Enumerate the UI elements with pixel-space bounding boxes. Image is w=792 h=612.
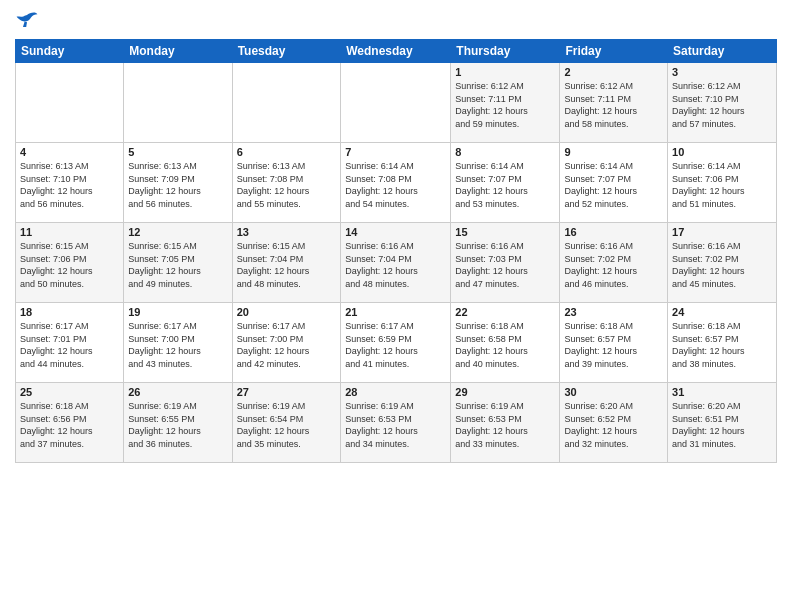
day-info: Sunrise: 6:12 AM Sunset: 7:11 PM Dayligh… — [455, 80, 555, 130]
calendar-cell — [341, 63, 451, 143]
calendar-cell: 4Sunrise: 6:13 AM Sunset: 7:10 PM Daylig… — [16, 143, 124, 223]
calendar-cell: 10Sunrise: 6:14 AM Sunset: 7:06 PM Dayli… — [668, 143, 777, 223]
day-info: Sunrise: 6:17 AM Sunset: 7:00 PM Dayligh… — [128, 320, 227, 370]
calendar-cell: 7Sunrise: 6:14 AM Sunset: 7:08 PM Daylig… — [341, 143, 451, 223]
day-header-sunday: Sunday — [16, 40, 124, 63]
day-number: 19 — [128, 306, 227, 318]
logo — [15, 10, 43, 31]
day-info: Sunrise: 6:19 AM Sunset: 6:55 PM Dayligh… — [128, 400, 227, 450]
day-number: 24 — [672, 306, 772, 318]
calendar-cell: 20Sunrise: 6:17 AM Sunset: 7:00 PM Dayli… — [232, 303, 341, 383]
day-info: Sunrise: 6:17 AM Sunset: 6:59 PM Dayligh… — [345, 320, 446, 370]
day-info: Sunrise: 6:15 AM Sunset: 7:04 PM Dayligh… — [237, 240, 337, 290]
calendar-cell: 25Sunrise: 6:18 AM Sunset: 6:56 PM Dayli… — [16, 383, 124, 463]
day-info: Sunrise: 6:16 AM Sunset: 7:02 PM Dayligh… — [672, 240, 772, 290]
day-number: 10 — [672, 146, 772, 158]
calendar-cell: 23Sunrise: 6:18 AM Sunset: 6:57 PM Dayli… — [560, 303, 668, 383]
day-info: Sunrise: 6:14 AM Sunset: 7:08 PM Dayligh… — [345, 160, 446, 210]
day-info: Sunrise: 6:13 AM Sunset: 7:10 PM Dayligh… — [20, 160, 119, 210]
day-number: 11 — [20, 226, 119, 238]
calendar-table: SundayMondayTuesdayWednesdayThursdayFrid… — [15, 39, 777, 463]
day-number: 1 — [455, 66, 555, 78]
logo-icon — [15, 11, 39, 31]
day-number: 27 — [237, 386, 337, 398]
calendar-cell: 3Sunrise: 6:12 AM Sunset: 7:10 PM Daylig… — [668, 63, 777, 143]
day-info: Sunrise: 6:18 AM Sunset: 6:57 PM Dayligh… — [564, 320, 663, 370]
day-info: Sunrise: 6:15 AM Sunset: 7:05 PM Dayligh… — [128, 240, 227, 290]
day-number: 28 — [345, 386, 446, 398]
calendar-cell: 31Sunrise: 6:20 AM Sunset: 6:51 PM Dayli… — [668, 383, 777, 463]
page: SundayMondayTuesdayWednesdayThursdayFrid… — [0, 0, 792, 612]
day-header-monday: Monday — [124, 40, 232, 63]
day-info: Sunrise: 6:20 AM Sunset: 6:51 PM Dayligh… — [672, 400, 772, 450]
calendar-cell: 27Sunrise: 6:19 AM Sunset: 6:54 PM Dayli… — [232, 383, 341, 463]
day-number: 2 — [564, 66, 663, 78]
calendar-cell: 17Sunrise: 6:16 AM Sunset: 7:02 PM Dayli… — [668, 223, 777, 303]
calendar-cell — [232, 63, 341, 143]
day-info: Sunrise: 6:18 AM Sunset: 6:58 PM Dayligh… — [455, 320, 555, 370]
day-number: 7 — [345, 146, 446, 158]
calendar-cell: 14Sunrise: 6:16 AM Sunset: 7:04 PM Dayli… — [341, 223, 451, 303]
day-header-thursday: Thursday — [451, 40, 560, 63]
calendar-cell: 26Sunrise: 6:19 AM Sunset: 6:55 PM Dayli… — [124, 383, 232, 463]
calendar-cell: 16Sunrise: 6:16 AM Sunset: 7:02 PM Dayli… — [560, 223, 668, 303]
calendar-cell: 2Sunrise: 6:12 AM Sunset: 7:11 PM Daylig… — [560, 63, 668, 143]
day-number: 20 — [237, 306, 337, 318]
day-number: 22 — [455, 306, 555, 318]
day-number: 26 — [128, 386, 227, 398]
calendar-cell: 12Sunrise: 6:15 AM Sunset: 7:05 PM Dayli… — [124, 223, 232, 303]
day-header-saturday: Saturday — [668, 40, 777, 63]
calendar-cell: 13Sunrise: 6:15 AM Sunset: 7:04 PM Dayli… — [232, 223, 341, 303]
day-info: Sunrise: 6:18 AM Sunset: 6:56 PM Dayligh… — [20, 400, 119, 450]
day-number: 3 — [672, 66, 772, 78]
day-number: 21 — [345, 306, 446, 318]
day-number: 5 — [128, 146, 227, 158]
day-number: 13 — [237, 226, 337, 238]
calendar-cell: 11Sunrise: 6:15 AM Sunset: 7:06 PM Dayli… — [16, 223, 124, 303]
calendar-cell: 30Sunrise: 6:20 AM Sunset: 6:52 PM Dayli… — [560, 383, 668, 463]
day-number: 30 — [564, 386, 663, 398]
day-number: 23 — [564, 306, 663, 318]
calendar-cell: 24Sunrise: 6:18 AM Sunset: 6:57 PM Dayli… — [668, 303, 777, 383]
calendar-cell — [124, 63, 232, 143]
day-info: Sunrise: 6:16 AM Sunset: 7:04 PM Dayligh… — [345, 240, 446, 290]
day-header-wednesday: Wednesday — [341, 40, 451, 63]
day-number: 8 — [455, 146, 555, 158]
day-info: Sunrise: 6:16 AM Sunset: 7:03 PM Dayligh… — [455, 240, 555, 290]
day-info: Sunrise: 6:17 AM Sunset: 7:01 PM Dayligh… — [20, 320, 119, 370]
day-info: Sunrise: 6:13 AM Sunset: 7:08 PM Dayligh… — [237, 160, 337, 210]
day-info: Sunrise: 6:19 AM Sunset: 6:53 PM Dayligh… — [455, 400, 555, 450]
day-info: Sunrise: 6:14 AM Sunset: 7:07 PM Dayligh… — [564, 160, 663, 210]
day-number: 17 — [672, 226, 772, 238]
calendar-cell: 8Sunrise: 6:14 AM Sunset: 7:07 PM Daylig… — [451, 143, 560, 223]
header — [15, 10, 777, 31]
calendar-cell: 1Sunrise: 6:12 AM Sunset: 7:11 PM Daylig… — [451, 63, 560, 143]
day-number: 31 — [672, 386, 772, 398]
day-number: 14 — [345, 226, 446, 238]
day-header-friday: Friday — [560, 40, 668, 63]
day-info: Sunrise: 6:20 AM Sunset: 6:52 PM Dayligh… — [564, 400, 663, 450]
day-number: 12 — [128, 226, 227, 238]
day-info: Sunrise: 6:12 AM Sunset: 7:11 PM Dayligh… — [564, 80, 663, 130]
calendar-cell: 6Sunrise: 6:13 AM Sunset: 7:08 PM Daylig… — [232, 143, 341, 223]
day-info: Sunrise: 6:13 AM Sunset: 7:09 PM Dayligh… — [128, 160, 227, 210]
day-info: Sunrise: 6:16 AM Sunset: 7:02 PM Dayligh… — [564, 240, 663, 290]
calendar-cell: 5Sunrise: 6:13 AM Sunset: 7:09 PM Daylig… — [124, 143, 232, 223]
day-number: 25 — [20, 386, 119, 398]
day-info: Sunrise: 6:17 AM Sunset: 7:00 PM Dayligh… — [237, 320, 337, 370]
day-info: Sunrise: 6:15 AM Sunset: 7:06 PM Dayligh… — [20, 240, 119, 290]
day-info: Sunrise: 6:14 AM Sunset: 7:07 PM Dayligh… — [455, 160, 555, 210]
day-number: 29 — [455, 386, 555, 398]
calendar-cell: 21Sunrise: 6:17 AM Sunset: 6:59 PM Dayli… — [341, 303, 451, 383]
day-info: Sunrise: 6:19 AM Sunset: 6:53 PM Dayligh… — [345, 400, 446, 450]
calendar-cell — [16, 63, 124, 143]
calendar-cell: 9Sunrise: 6:14 AM Sunset: 7:07 PM Daylig… — [560, 143, 668, 223]
day-info: Sunrise: 6:14 AM Sunset: 7:06 PM Dayligh… — [672, 160, 772, 210]
day-header-tuesday: Tuesday — [232, 40, 341, 63]
day-info: Sunrise: 6:18 AM Sunset: 6:57 PM Dayligh… — [672, 320, 772, 370]
day-info: Sunrise: 6:19 AM Sunset: 6:54 PM Dayligh… — [237, 400, 337, 450]
day-number: 9 — [564, 146, 663, 158]
day-number: 15 — [455, 226, 555, 238]
day-number: 6 — [237, 146, 337, 158]
day-number: 4 — [20, 146, 119, 158]
